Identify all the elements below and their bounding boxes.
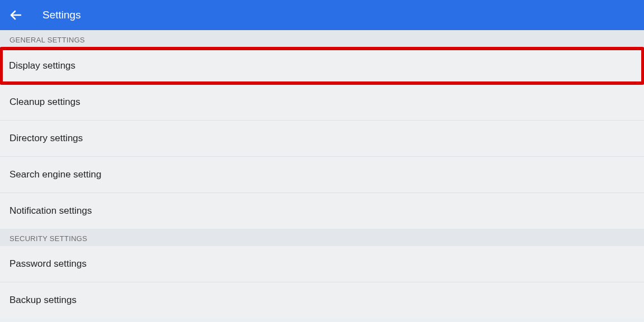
item-directory-settings[interactable]: Directory settings [0,121,644,157]
item-label: Password settings [9,258,87,269]
highlight-display-settings: Display settings [0,47,644,85]
app-header: Settings [0,0,644,30]
section-header-general: GENERAL SETTINGS [0,30,644,47]
back-icon[interactable] [9,8,22,22]
settings-content: GENERAL SETTINGS Display settings Cleanu… [0,30,644,322]
item-notification-settings[interactable]: Notification settings [0,193,644,229]
page-title: Settings [42,9,81,21]
item-label: Directory settings [9,133,83,143]
item-label: Cleanup settings [9,97,80,107]
item-backup-settings[interactable]: Backup settings [0,282,644,318]
item-password-settings[interactable]: Password settings [0,246,644,282]
item-search-engine-setting[interactable]: Search engine setting [0,157,644,193]
section-header-security: SECURITY SETTINGS [0,229,644,246]
item-label: Display settings [9,60,75,71]
item-cleanup-settings[interactable]: Cleanup settings [0,84,644,121]
item-label: Backup settings [9,295,77,305]
item-label: Notification settings [9,205,92,216]
item-display-settings[interactable]: Display settings [3,50,641,81]
item-label: Search engine setting [9,169,101,180]
section-general: Display settings Cleanup settings Direct… [0,47,644,229]
section-security: Password settings Backup settings [0,246,644,318]
